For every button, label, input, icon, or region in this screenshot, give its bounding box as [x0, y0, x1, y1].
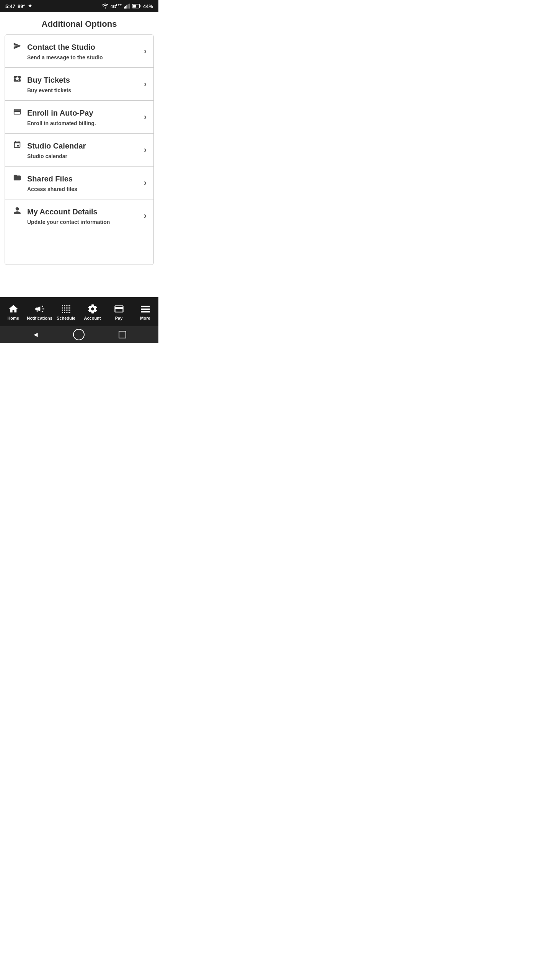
menu-item-shared-files[interactable]: Shared Files Access shared files ›	[5, 167, 153, 199]
menu-item-title-row: Buy Tickets	[12, 75, 144, 85]
svg-rect-3	[128, 4, 129, 8]
megaphone-icon	[34, 304, 45, 314]
nav-home[interactable]: Home	[0, 304, 26, 320]
nav-account[interactable]: Account	[79, 304, 106, 320]
status-bar: 5:47 89° ✦ 4GLTE 44%	[0, 0, 158, 12]
send-icon	[12, 42, 23, 52]
nav-notifications[interactable]: Notifications	[26, 304, 53, 320]
nav-more[interactable]: More	[132, 304, 158, 320]
svg-rect-8	[141, 306, 150, 307]
home-icon	[8, 304, 19, 314]
shared-files-chevron: ›	[144, 178, 147, 188]
svg-rect-1	[125, 6, 126, 8]
contact-studio-chevron: ›	[144, 46, 147, 56]
buy-tickets-title: Buy Tickets	[27, 76, 70, 85]
buy-tickets-chevron: ›	[144, 79, 147, 89]
wifi-icon	[102, 3, 108, 9]
enroll-autopay-chevron: ›	[144, 112, 147, 122]
page-title: Additional Options	[0, 12, 158, 34]
signal-icon	[124, 3, 130, 9]
studio-calendar-title: Studio Calendar	[27, 142, 86, 150]
contact-studio-title: Contact the Studio	[27, 43, 95, 52]
menu-item-title-row: Enroll in Auto-Pay	[12, 108, 144, 118]
my-account-subtitle: Update your contact information	[12, 219, 144, 225]
menu-item-left: Enroll in Auto-Pay Enroll in automated b…	[12, 108, 144, 126]
menu-item-left: Contact the Studio Send a message to the…	[12, 42, 144, 60]
nav-pay-label: Pay	[115, 316, 123, 320]
svg-rect-6	[140, 5, 141, 7]
menu-item-left: Shared Files Access shared files	[12, 173, 144, 192]
enroll-autopay-title: Enroll in Auto-Pay	[27, 109, 93, 118]
more-icon	[140, 304, 151, 314]
status-temp: 89°	[18, 3, 25, 9]
status-battery: 44%	[143, 3, 153, 9]
svg-rect-0	[124, 7, 125, 9]
studio-calendar-subtitle: Studio calendar	[12, 153, 144, 159]
bottom-nav: Home Notifications Schedule Account Pay …	[0, 297, 158, 326]
nav-home-label: Home	[7, 316, 19, 320]
battery-icon	[132, 4, 141, 8]
nav-schedule[interactable]: Schedule	[53, 304, 79, 320]
my-account-title: My Account Details	[27, 207, 98, 216]
buy-tickets-subtitle: Buy event tickets	[12, 87, 144, 93]
menu-item-title-row: Shared Files	[12, 173, 144, 184]
ticket-icon	[12, 75, 23, 85]
android-home-button[interactable]	[73, 329, 85, 340]
ghost-icon: ✦	[28, 3, 33, 10]
android-back-button[interactable]: ◄	[32, 331, 39, 339]
user-icon	[12, 206, 23, 217]
menu-item-title-row: My Account Details	[12, 206, 144, 217]
svg-rect-9	[141, 309, 150, 310]
menu-item-title-row: Contact the Studio	[12, 42, 144, 52]
shared-files-title: Shared Files	[27, 175, 73, 183]
nav-schedule-label: Schedule	[57, 316, 75, 320]
menu-item-left: Buy Tickets Buy event tickets	[12, 75, 144, 93]
menu-item-left: Studio Calendar Studio calendar	[12, 140, 144, 159]
menu-item-left: My Account Details Update your contact i…	[12, 206, 144, 225]
my-account-chevron: ›	[144, 211, 147, 221]
menu-item-contact-studio[interactable]: Contact the Studio Send a message to the…	[5, 35, 153, 68]
gears-icon	[87, 304, 98, 314]
contact-studio-subtitle: Send a message to the studio	[12, 54, 144, 60]
svg-rect-2	[126, 5, 127, 9]
svg-rect-10	[141, 311, 150, 313]
android-nav: ◄	[0, 326, 158, 343]
menu-item-title-row: Studio Calendar	[12, 140, 144, 151]
menu-item-buy-tickets[interactable]: Buy Tickets Buy event tickets ›	[5, 68, 153, 101]
schedule-icon	[61, 304, 72, 314]
status-time: 5:47	[5, 3, 15, 9]
shared-files-subtitle: Access shared files	[12, 186, 144, 192]
nav-account-label: Account	[84, 316, 101, 320]
nav-more-label: More	[140, 316, 150, 320]
menu-item-my-account[interactable]: My Account Details Update your contact i…	[5, 199, 153, 232]
status-right: 4GLTE 44%	[102, 3, 153, 9]
enroll-autopay-subtitle: Enroll in automated billing.	[12, 120, 144, 126]
nav-pay[interactable]: Pay	[106, 304, 132, 320]
folder-icon	[12, 173, 23, 184]
svg-rect-4	[129, 4, 130, 9]
android-recents-button[interactable]	[119, 331, 126, 338]
card-icon	[12, 108, 23, 118]
studio-calendar-chevron: ›	[144, 145, 147, 155]
menu-item-enroll-autopay[interactable]: Enroll in Auto-Pay Enroll in automated b…	[5, 101, 153, 134]
svg-rect-7	[133, 5, 136, 8]
nav-notifications-label: Notifications	[27, 316, 52, 320]
network-icon: 4GLTE	[111, 3, 122, 9]
pay-icon	[114, 304, 124, 314]
status-left: 5:47 89° ✦	[5, 3, 33, 10]
menu-item-studio-calendar[interactable]: Studio Calendar Studio calendar ›	[5, 134, 153, 167]
menu-list: Contact the Studio Send a message to the…	[5, 34, 154, 265]
calendar-icon	[12, 140, 23, 151]
